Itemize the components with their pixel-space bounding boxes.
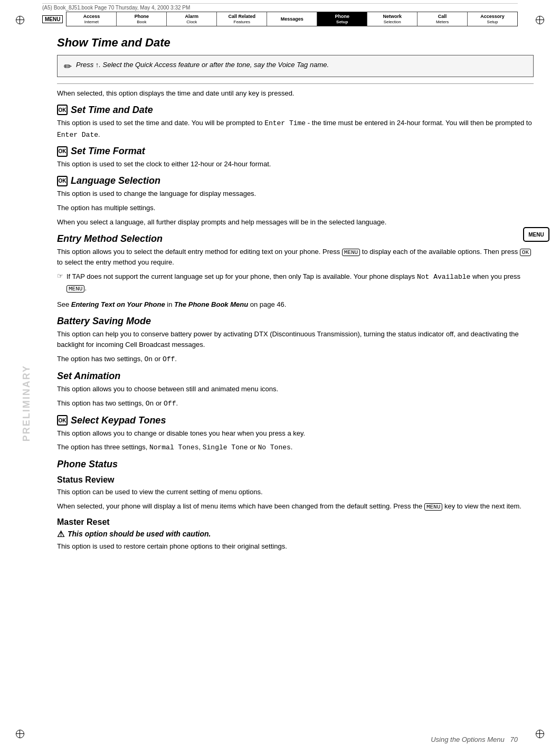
note-flag: ☞ [57,272,63,280]
body3-language-selection: When you select a language, all further … [57,217,534,228]
body1-set-animation: This option allows you to choose between… [57,384,534,395]
section-heading-phone-status: Phone Status [57,459,534,470]
body-set-time-format: This option is used to set the clock to … [57,159,534,170]
section-title-language-selection: Language Selection [71,175,160,186]
body1-language-selection: This option is used to change the langua… [57,188,534,200]
main-content: Show Time and Date ✏ Press ↑. Select the… [57,36,534,722]
nav-tab-callmeters[interactable]: CallMeters [417,12,468,26]
section-title-entry-method-selection: Entry Method Selection [57,233,163,244]
nav-tab-phonebook[interactable]: PhoneBook [117,12,167,26]
section-title-set-time-format: Set Time Format [71,146,145,157]
nav-tab-accessinternet[interactable]: AccessInternet [67,12,117,26]
corner-crosshair-tl [16,16,24,24]
note-box: ✏ Press ↑. Select the Quick Access featu… [57,55,534,77]
section-heading-entry-method-selection: Entry Method Selection [57,233,534,244]
nav-tab-accessorysetup[interactable]: AccessorySetup [468,12,517,26]
watermark: PRELIMINARY [16,106,37,701]
body2-select-keypad-tones: The option has three settings, Normal To… [57,442,534,454]
page-number: 70 [510,736,518,743]
ok-icon: OK [57,415,68,426]
section-heading-battery-saving-mode: Battery Saving Mode [57,316,534,327]
page-title: Show Time and Date [57,36,534,50]
body-set-time-date: This option is used to set the time and … [57,118,534,141]
body2-language-selection: The option has multiple settings. [57,203,534,214]
body2-set-animation: This option has two settings, On or Off. [57,398,534,410]
body1-select-keypad-tones: This option allows you to change or disa… [57,428,534,439]
note-icon: ✏ [64,61,72,72]
section-heading-2-status-review: Status Review [57,475,534,485]
section-title-set-time-date: Set Time and Date [71,105,153,116]
note-text: Press ↑. Select the Quick Access feature… [76,60,329,70]
inline-note-entry-method-selection: ☞If TAP does not support the current lan… [57,271,534,297]
body-status-review-1: This option can be used to view the curr… [57,487,534,498]
divider [57,83,534,84]
body1-battery-saving-mode: This option can help you to conserve bat… [57,329,534,351]
menu-label: MENU [42,15,63,23]
bottom-bar: Using the Options Menu 70 [42,736,518,743]
nav-tab-alarmclock[interactable]: AlarmClock [167,12,217,26]
body-status-review-2: When selected, your phone will display a… [57,501,534,512]
header-nav: MENU AccessInternetPhoneBookAlarmClockCa… [42,10,518,29]
page-subtitle: Using the Options Menu [431,736,504,743]
caution-box: ⚠This option should be used with caution… [57,529,534,539]
body-master-reset: This option is used to restore certain p… [57,541,534,552]
body2-entry-method-selection: See Entering Text on Your Phone in The P… [57,299,534,310]
note-body: If TAP does not support the current lang… [67,271,534,294]
section-title-set-animation: Set Animation [57,371,120,382]
nav-tab-networkselection[interactable]: NetworkSelection [367,12,417,26]
sections-container: OKSet Time and DateThis option is used t… [57,105,534,552]
nav-tab-messages[interactable]: Messages [267,12,317,26]
corner-crosshair-bl [16,730,24,738]
corner-crosshair-br [536,730,544,738]
section-heading-set-time-format: OKSet Time Format [57,146,534,157]
nav-tab-callrelatedfeatures[interactable]: Call RelatedFeatures [217,12,267,26]
section-heading-select-keypad-tones: OKSelect Keypad Tones [57,415,534,426]
caution-text: This option should be used with caution. [68,530,211,538]
section-title-battery-saving-mode: Battery Saving Mode [57,316,151,327]
ok-icon: OK [57,146,68,157]
body1-entry-method-selection: This option allows you to select the def… [57,247,534,269]
ok-icon: OK [57,105,68,115]
caution-icon: ⚠ [57,529,64,539]
intro-text: When selected, this option displays the … [57,88,534,99]
section-heading-2-master-reset: Master Reset [57,517,534,527]
nav-tab-phonesetup[interactable]: PhoneSetup [317,12,367,26]
nav-tabs: AccessInternetPhoneBookAlarmClockCall Re… [66,12,518,26]
section-title-select-keypad-tones: Select Keypad Tones [71,415,166,426]
section-heading-language-selection: OKLanguage Selection [57,175,534,186]
corner-crosshair-tr [536,16,544,24]
section-heading-set-animation: Set Animation [57,371,534,382]
body2-battery-saving-mode: The option has two settings, On or Off. [57,354,534,365]
ok-icon: OK [57,176,68,186]
section-heading-set-time-date: OKSet Time and Date [57,105,534,116]
